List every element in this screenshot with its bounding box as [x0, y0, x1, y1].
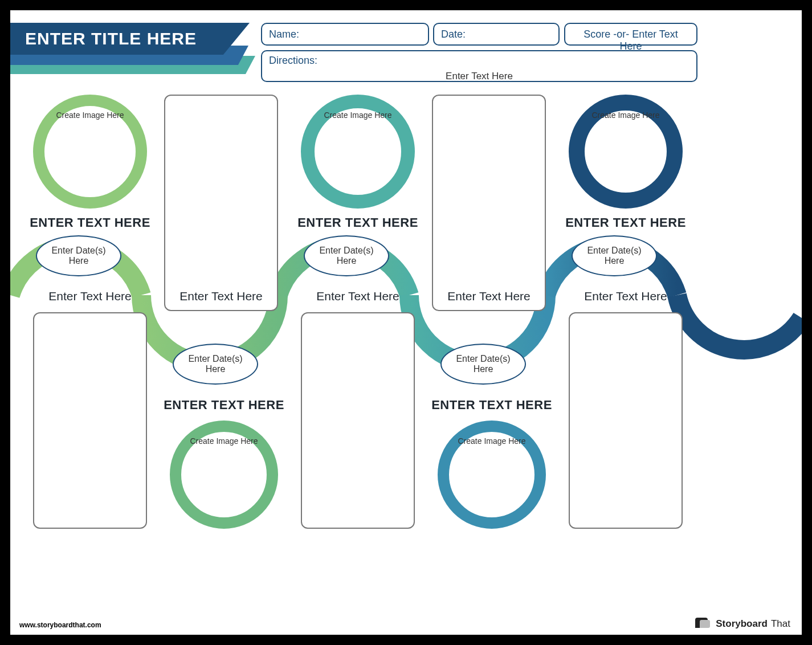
date-oval-1[interactable]: Enter Date(s) Here	[36, 235, 121, 276]
footer-brand: StoryboardThat	[695, 618, 790, 630]
small-label-1[interactable]: Enter Text Here	[156, 289, 287, 303]
brand-text-1: Storyboard	[716, 618, 768, 630]
score-label: Score -or- Enter Text Here	[584, 28, 678, 52]
image-placeholder-3[interactable]: Create Image Here	[586, 111, 666, 120]
text-rect-4[interactable]	[301, 312, 415, 529]
date-field[interactable]: Date:	[433, 23, 560, 46]
image-placeholder-4[interactable]: Create Image Here	[184, 436, 264, 446]
title-text[interactable]: ENTER TITLE HERE	[10, 23, 250, 55]
heading-3[interactable]: ENTER TEXT HERE	[554, 215, 697, 230]
date-oval-4[interactable]: Enter Date(s) Here	[440, 344, 526, 385]
text-rect-1[interactable]	[164, 95, 278, 311]
image-placeholder-5[interactable]: Create Image Here	[452, 436, 532, 446]
small-label-2[interactable]: Enter Text Here	[423, 289, 554, 303]
text-rect-5[interactable]	[569, 312, 683, 529]
score-field[interactable]: Score -or- Enter Text Here	[564, 23, 697, 46]
image-placeholder-2[interactable]: Create Image Here	[318, 111, 398, 120]
speech-bubble-icon	[695, 618, 712, 630]
footer-url: www.storyboardthat.com	[19, 621, 101, 629]
small-label-0[interactable]: Enter Text Here	[25, 289, 156, 303]
name-label: Name:	[269, 28, 299, 40]
brand-text-2: That	[771, 618, 790, 630]
heading-5[interactable]: ENTER TEXT HERE	[421, 398, 563, 413]
text-rect-3[interactable]	[33, 312, 147, 529]
heading-2[interactable]: ENTER TEXT HERE	[287, 215, 429, 230]
heading-4[interactable]: ENTER TEXT HERE	[153, 398, 295, 413]
name-field[interactable]: Name:	[261, 23, 429, 46]
date-oval-2[interactable]: Enter Date(s) Here	[173, 344, 258, 385]
text-rect-2[interactable]	[432, 95, 546, 311]
date-oval-5[interactable]: Enter Date(s) Here	[572, 235, 657, 276]
small-label-5[interactable]: Enter Text Here	[560, 289, 691, 303]
date-oval-3[interactable]: Enter Date(s) Here	[304, 235, 389, 276]
directions-value[interactable]: Enter Text Here	[269, 56, 689, 82]
heading-1[interactable]: ENTER TEXT HERE	[19, 215, 161, 230]
worksheet-page: ENTER TITLE HERE Name: Date: Score -or- …	[10, 10, 802, 635]
date-label: Date:	[441, 28, 466, 40]
directions-label: Directions:	[269, 55, 317, 67]
small-label-3[interactable]: Enter Text Here	[292, 289, 423, 303]
directions-field[interactable]: Directions: Enter Text Here	[261, 50, 697, 82]
image-placeholder-1[interactable]: Create Image Here	[50, 111, 130, 120]
sheet: ENTER TITLE HERE Name: Date: Score -or- …	[0, 0, 812, 645]
